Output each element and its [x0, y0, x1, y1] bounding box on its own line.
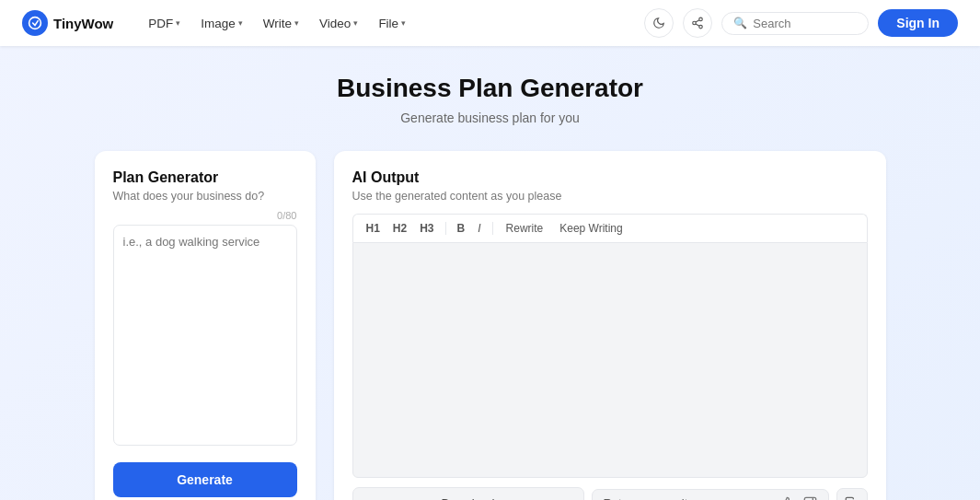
- nav-item-file[interactable]: File ▾: [369, 11, 415, 36]
- toolbar-h1[interactable]: H1: [363, 220, 384, 237]
- right-card-subtitle: Use the generated content as you please: [352, 190, 868, 203]
- toolbar-italic[interactable]: I: [474, 220, 484, 237]
- thumbs-up-button[interactable]: [780, 496, 795, 501]
- search-box: 🔍: [721, 12, 869, 35]
- left-card-subtitle: What does your business do?: [113, 190, 297, 203]
- moon-icon: [652, 17, 665, 29]
- dark-mode-toggle[interactable]: [644, 8, 674, 38]
- svg-point-1: [699, 17, 703, 21]
- rate-icons: [780, 496, 817, 501]
- chevron-down-icon: ▾: [353, 18, 358, 28]
- editor-toolbar: H1 H2 H3 B I Rewrite Keep Writing: [352, 214, 868, 242]
- generate-button[interactable]: Generate: [113, 462, 297, 497]
- logo-text: TinyWow: [53, 16, 113, 31]
- nav-item-write[interactable]: Write ▾: [254, 11, 308, 36]
- copy-icon: [845, 496, 859, 500]
- share-icon: [691, 17, 704, 29]
- thumbs-up-icon: [780, 496, 795, 501]
- svg-point-2: [693, 21, 697, 25]
- chevron-down-icon: ▾: [294, 18, 299, 28]
- thumbs-down-button[interactable]: [802, 496, 817, 501]
- toolbar-h2[interactable]: H2: [389, 220, 410, 237]
- char-count: 0/80: [113, 210, 297, 221]
- sign-in-button[interactable]: Sign In: [878, 9, 958, 37]
- toolbar-bold[interactable]: B: [454, 220, 469, 237]
- right-card-title: AI Output: [352, 169, 868, 186]
- logo-icon: [22, 10, 48, 36]
- chevron-down-icon: ▾: [401, 18, 406, 28]
- left-card: Plan Generator What does your business d…: [95, 151, 316, 500]
- page-content: Business Plan Generator Generate busines…: [76, 46, 905, 500]
- svg-line-4: [696, 24, 699, 26]
- left-card-title: Plan Generator: [113, 169, 297, 186]
- toolbar-h3[interactable]: H3: [416, 220, 437, 237]
- rate-box: Rate your result: [592, 489, 829, 501]
- download-button[interactable]: Download: [352, 487, 584, 500]
- svg-point-0: [29, 17, 41, 29]
- search-input[interactable]: [753, 17, 857, 30]
- share-button[interactable]: [683, 8, 712, 38]
- logo-svg: [28, 16, 42, 30]
- nav-item-image[interactable]: Image ▾: [191, 11, 252, 36]
- right-card: AI Output Use the generated content as y…: [334, 151, 886, 500]
- nav-menu: PDF ▾ Image ▾ Write ▾ Video ▾ File ▾: [139, 11, 644, 36]
- chevron-down-icon: ▾: [176, 18, 180, 28]
- chevron-down-icon: ▾: [238, 18, 243, 28]
- business-description-input[interactable]: [113, 225, 297, 446]
- bottom-action-row: Download Rate your result: [352, 487, 868, 500]
- svg-point-3: [699, 25, 703, 29]
- nav-actions: 🔍 Sign In: [644, 8, 958, 38]
- copy-button[interactable]: [836, 488, 868, 501]
- nav-item-pdf[interactable]: PDF ▾: [139, 11, 190, 36]
- rate-label: Rate your result: [604, 496, 688, 500]
- toolbar-divider-2: [492, 222, 493, 235]
- toolbar-rewrite[interactable]: Rewrite: [501, 220, 549, 237]
- page-subtitle: Generate business plan for you: [95, 110, 886, 125]
- nav-item-video[interactable]: Video ▾: [310, 11, 367, 36]
- toolbar-keep-writing[interactable]: Keep Writing: [554, 220, 628, 237]
- search-icon: 🔍: [733, 17, 747, 29]
- toolbar-divider: [445, 222, 446, 235]
- cards-row: Plan Generator What does your business d…: [95, 151, 886, 500]
- page-title: Business Plan Generator: [95, 74, 886, 103]
- ai-output-editor[interactable]: [352, 242, 868, 478]
- svg-line-5: [696, 20, 699, 22]
- thumbs-down-icon: [802, 496, 817, 501]
- logo-link[interactable]: TinyWow: [22, 10, 113, 36]
- navbar: TinyWow PDF ▾ Image ▾ Write ▾ Video ▾ Fi…: [0, 0, 980, 46]
